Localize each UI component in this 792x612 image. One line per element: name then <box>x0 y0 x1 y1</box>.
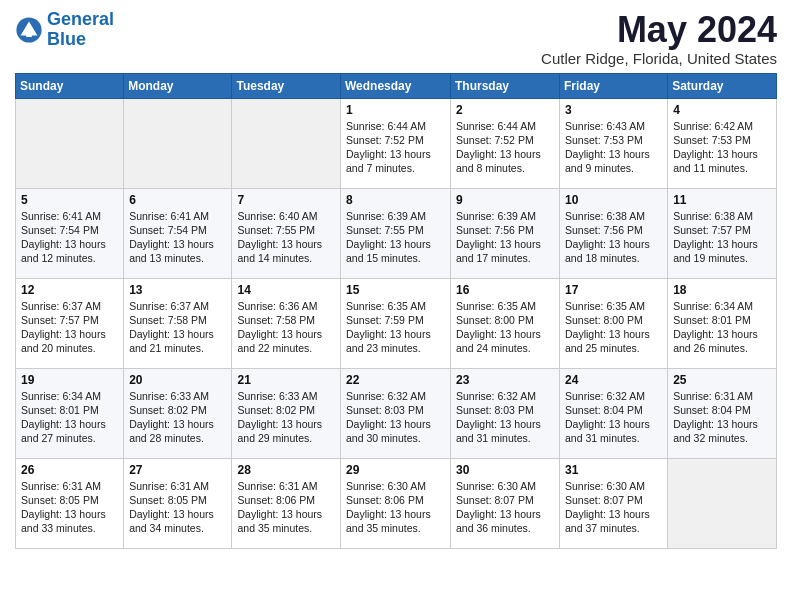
col-tuesday: Tuesday <box>232 73 341 98</box>
day-number: 2 <box>456 103 554 117</box>
day-number: 1 <box>346 103 445 117</box>
svg-rect-2 <box>26 33 32 37</box>
day-number: 26 <box>21 463 118 477</box>
calendar-cell: 26Sunrise: 6:31 AM Sunset: 8:05 PM Dayli… <box>16 458 124 548</box>
col-monday: Monday <box>124 73 232 98</box>
day-number: 29 <box>346 463 445 477</box>
calendar-cell <box>668 458 777 548</box>
calendar-header-row: Sunday Monday Tuesday Wednesday Thursday… <box>16 73 777 98</box>
calendar-cell: 25Sunrise: 6:31 AM Sunset: 8:04 PM Dayli… <box>668 368 777 458</box>
calendar-cell: 29Sunrise: 6:30 AM Sunset: 8:06 PM Dayli… <box>341 458 451 548</box>
day-number: 17 <box>565 283 662 297</box>
subtitle: Cutler Ridge, Florida, United States <box>541 50 777 67</box>
day-info: Sunrise: 6:33 AM Sunset: 8:02 PM Dayligh… <box>237 389 335 446</box>
day-number: 27 <box>129 463 226 477</box>
day-info: Sunrise: 6:32 AM Sunset: 8:03 PM Dayligh… <box>456 389 554 446</box>
calendar-cell: 10Sunrise: 6:38 AM Sunset: 7:56 PM Dayli… <box>560 188 668 278</box>
day-number: 7 <box>237 193 335 207</box>
day-info: Sunrise: 6:30 AM Sunset: 8:07 PM Dayligh… <box>456 479 554 536</box>
day-info: Sunrise: 6:41 AM Sunset: 7:54 PM Dayligh… <box>21 209 118 266</box>
calendar-cell: 19Sunrise: 6:34 AM Sunset: 8:01 PM Dayli… <box>16 368 124 458</box>
day-info: Sunrise: 6:38 AM Sunset: 7:57 PM Dayligh… <box>673 209 771 266</box>
day-info: Sunrise: 6:31 AM Sunset: 8:05 PM Dayligh… <box>21 479 118 536</box>
day-number: 24 <box>565 373 662 387</box>
calendar-cell: 11Sunrise: 6:38 AM Sunset: 7:57 PM Dayli… <box>668 188 777 278</box>
day-number: 22 <box>346 373 445 387</box>
day-info: Sunrise: 6:37 AM Sunset: 7:57 PM Dayligh… <box>21 299 118 356</box>
day-number: 23 <box>456 373 554 387</box>
calendar-week-row: 26Sunrise: 6:31 AM Sunset: 8:05 PM Dayli… <box>16 458 777 548</box>
calendar-cell: 4Sunrise: 6:42 AM Sunset: 7:53 PM Daylig… <box>668 98 777 188</box>
day-number: 13 <box>129 283 226 297</box>
day-info: Sunrise: 6:32 AM Sunset: 8:03 PM Dayligh… <box>346 389 445 446</box>
day-info: Sunrise: 6:31 AM Sunset: 8:05 PM Dayligh… <box>129 479 226 536</box>
calendar-cell: 18Sunrise: 6:34 AM Sunset: 8:01 PM Dayli… <box>668 278 777 368</box>
calendar-cell: 9Sunrise: 6:39 AM Sunset: 7:56 PM Daylig… <box>451 188 560 278</box>
col-wednesday: Wednesday <box>341 73 451 98</box>
calendar-cell: 28Sunrise: 6:31 AM Sunset: 8:06 PM Dayli… <box>232 458 341 548</box>
calendar-cell: 21Sunrise: 6:33 AM Sunset: 8:02 PM Dayli… <box>232 368 341 458</box>
day-info: Sunrise: 6:41 AM Sunset: 7:54 PM Dayligh… <box>129 209 226 266</box>
day-info: Sunrise: 6:44 AM Sunset: 7:52 PM Dayligh… <box>346 119 445 176</box>
calendar-cell: 6Sunrise: 6:41 AM Sunset: 7:54 PM Daylig… <box>124 188 232 278</box>
day-info: Sunrise: 6:35 AM Sunset: 8:00 PM Dayligh… <box>456 299 554 356</box>
day-number: 14 <box>237 283 335 297</box>
day-number: 30 <box>456 463 554 477</box>
col-sunday: Sunday <box>16 73 124 98</box>
page-container: GeneralBlue May 2024 Cutler Ridge, Flori… <box>0 0 792 559</box>
day-number: 6 <box>129 193 226 207</box>
day-number: 20 <box>129 373 226 387</box>
calendar-cell <box>16 98 124 188</box>
calendar-week-row: 5Sunrise: 6:41 AM Sunset: 7:54 PM Daylig… <box>16 188 777 278</box>
logo: GeneralBlue <box>15 10 114 50</box>
main-title: May 2024 <box>541 10 777 50</box>
day-number: 9 <box>456 193 554 207</box>
day-info: Sunrise: 6:32 AM Sunset: 8:04 PM Dayligh… <box>565 389 662 446</box>
calendar-cell: 2Sunrise: 6:44 AM Sunset: 7:52 PM Daylig… <box>451 98 560 188</box>
day-info: Sunrise: 6:42 AM Sunset: 7:53 PM Dayligh… <box>673 119 771 176</box>
calendar-cell: 27Sunrise: 6:31 AM Sunset: 8:05 PM Dayli… <box>124 458 232 548</box>
day-info: Sunrise: 6:34 AM Sunset: 8:01 PM Dayligh… <box>21 389 118 446</box>
calendar-cell: 16Sunrise: 6:35 AM Sunset: 8:00 PM Dayli… <box>451 278 560 368</box>
day-info: Sunrise: 6:40 AM Sunset: 7:55 PM Dayligh… <box>237 209 335 266</box>
calendar-week-row: 12Sunrise: 6:37 AM Sunset: 7:57 PM Dayli… <box>16 278 777 368</box>
day-number: 5 <box>21 193 118 207</box>
calendar-cell: 30Sunrise: 6:30 AM Sunset: 8:07 PM Dayli… <box>451 458 560 548</box>
day-number: 31 <box>565 463 662 477</box>
day-info: Sunrise: 6:39 AM Sunset: 7:56 PM Dayligh… <box>456 209 554 266</box>
day-number: 16 <box>456 283 554 297</box>
col-saturday: Saturday <box>668 73 777 98</box>
calendar-cell: 12Sunrise: 6:37 AM Sunset: 7:57 PM Dayli… <box>16 278 124 368</box>
logo-text: GeneralBlue <box>47 10 114 50</box>
col-thursday: Thursday <box>451 73 560 98</box>
day-info: Sunrise: 6:30 AM Sunset: 8:06 PM Dayligh… <box>346 479 445 536</box>
calendar-cell: 13Sunrise: 6:37 AM Sunset: 7:58 PM Dayli… <box>124 278 232 368</box>
day-info: Sunrise: 6:34 AM Sunset: 8:01 PM Dayligh… <box>673 299 771 356</box>
calendar-table: Sunday Monday Tuesday Wednesday Thursday… <box>15 73 777 549</box>
day-info: Sunrise: 6:33 AM Sunset: 8:02 PM Dayligh… <box>129 389 226 446</box>
calendar-cell: 1Sunrise: 6:44 AM Sunset: 7:52 PM Daylig… <box>341 98 451 188</box>
day-number: 3 <box>565 103 662 117</box>
calendar-cell: 15Sunrise: 6:35 AM Sunset: 7:59 PM Dayli… <box>341 278 451 368</box>
calendar-cell: 24Sunrise: 6:32 AM Sunset: 8:04 PM Dayli… <box>560 368 668 458</box>
calendar-cell: 8Sunrise: 6:39 AM Sunset: 7:55 PM Daylig… <box>341 188 451 278</box>
logo-icon <box>15 16 43 44</box>
day-info: Sunrise: 6:36 AM Sunset: 7:58 PM Dayligh… <box>237 299 335 356</box>
calendar-cell: 17Sunrise: 6:35 AM Sunset: 8:00 PM Dayli… <box>560 278 668 368</box>
col-friday: Friday <box>560 73 668 98</box>
day-info: Sunrise: 6:44 AM Sunset: 7:52 PM Dayligh… <box>456 119 554 176</box>
calendar-cell <box>232 98 341 188</box>
day-info: Sunrise: 6:30 AM Sunset: 8:07 PM Dayligh… <box>565 479 662 536</box>
calendar-cell <box>124 98 232 188</box>
calendar-cell: 22Sunrise: 6:32 AM Sunset: 8:03 PM Dayli… <box>341 368 451 458</box>
day-info: Sunrise: 6:35 AM Sunset: 7:59 PM Dayligh… <box>346 299 445 356</box>
calendar-cell: 31Sunrise: 6:30 AM Sunset: 8:07 PM Dayli… <box>560 458 668 548</box>
calendar-cell: 20Sunrise: 6:33 AM Sunset: 8:02 PM Dayli… <box>124 368 232 458</box>
title-block: May 2024 Cutler Ridge, Florida, United S… <box>541 10 777 67</box>
day-number: 25 <box>673 373 771 387</box>
day-number: 11 <box>673 193 771 207</box>
day-info: Sunrise: 6:31 AM Sunset: 8:06 PM Dayligh… <box>237 479 335 536</box>
day-number: 15 <box>346 283 445 297</box>
day-number: 19 <box>21 373 118 387</box>
day-number: 28 <box>237 463 335 477</box>
